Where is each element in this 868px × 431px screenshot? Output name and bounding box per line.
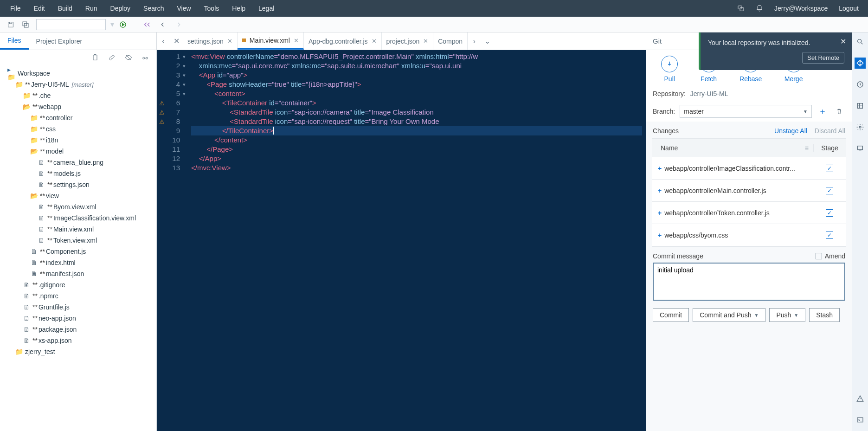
tree-file[interactable]: 🗎**Component.js <box>0 246 156 257</box>
last-edit-icon[interactable] <box>141 19 153 31</box>
tree-file[interactable]: 🗎**Token.view.xml <box>0 235 156 246</box>
tree-file[interactable]: 🗎**Main.view.xml <box>0 224 156 235</box>
tree-folder-i18n[interactable]: 📁**i18n <box>0 135 156 146</box>
collab-icon[interactable] <box>855 143 866 154</box>
tree-file[interactable]: 🗎**models.js <box>0 168 156 179</box>
run-button[interactable] <box>117 19 129 31</box>
close-icon[interactable]: ✕ <box>423 38 428 45</box>
save-icon[interactable] <box>5 19 17 31</box>
commit-message-input[interactable]: initial upload <box>653 263 845 301</box>
editor-tab-app-dbg[interactable]: App-dbg.controller.js✕ <box>304 32 382 50</box>
tree-folder-model[interactable]: 📂**model <box>0 146 156 157</box>
link-icon[interactable] <box>108 54 116 63</box>
code-editor[interactable]: ⚠⚠⚠ 12345678910111213 ▾▾▾▾▾ <mvc:View co… <box>157 50 646 431</box>
tree-file[interactable]: 🗎**settings.json <box>0 179 156 190</box>
editor-tab-compon[interactable]: Compon <box>433 32 468 50</box>
change-row[interactable]: +webapp/controller/ImageClassification.c… <box>652 157 846 180</box>
left-panel: Files Project Explorer ▸📁Workspace 📁**Je… <box>0 32 157 431</box>
menu-run[interactable]: Run <box>79 5 104 12</box>
delete-branch-icon[interactable] <box>833 105 845 117</box>
change-row[interactable]: +webapp/controller/Main.controller.js✓ <box>652 180 846 202</box>
notif-close-icon[interactable]: ✕ <box>840 37 846 46</box>
sort-icon[interactable]: ≡ <box>805 144 809 152</box>
tab-prev-icon[interactable]: ‹ <box>157 37 170 45</box>
menu-view[interactable]: View <box>170 5 197 12</box>
user-label[interactable]: Jerry@Workspace <box>769 5 833 12</box>
menu-file[interactable]: File <box>4 5 27 12</box>
menu-tools[interactable]: Tools <box>198 5 226 12</box>
tree-file[interactable]: 🗎**package.json <box>0 324 156 335</box>
tree-file[interactable]: 🗎**ImageClassification.view.xml <box>0 212 156 224</box>
tree-file[interactable]: 🗎**camera_blue.png <box>0 157 156 168</box>
menu-deploy[interactable]: Deploy <box>104 5 137 12</box>
stage-checkbox[interactable]: ✓ <box>826 209 833 217</box>
tree-workspace[interactable]: ▸📁Workspace <box>0 68 156 79</box>
tree-folder-view[interactable]: 📂**view <box>0 190 156 201</box>
svg-point-14 <box>858 39 862 43</box>
console-icon[interactable] <box>855 414 866 425</box>
problems-icon[interactable] <box>855 393 866 404</box>
tree-folder-webapp[interactable]: 📂**webapp <box>0 101 156 112</box>
add-branch-icon[interactable]: ＋ <box>817 105 829 117</box>
tab-next-icon[interactable]: › <box>468 37 481 45</box>
git-icon[interactable] <box>855 58 866 69</box>
logout-link[interactable]: Logout <box>833 5 864 12</box>
branch-select[interactable]: master▼ <box>680 105 812 118</box>
editor-tab-settings[interactable]: settings.json✕ <box>183 32 238 50</box>
tree-file[interactable]: 🗎**Gruntfile.js <box>0 302 156 313</box>
stash-button[interactable]: Stash <box>809 308 840 322</box>
menu-legal[interactable]: Legal <box>252 5 281 12</box>
tree-file[interactable]: 🗎**.npmrc <box>0 290 156 302</box>
menu-help[interactable]: Help <box>225 5 252 12</box>
tree-file[interactable]: 🗎**neo-app.json <box>0 313 156 324</box>
tree-project[interactable]: 📁**Jerry-UI5-ML[master] <box>0 79 156 90</box>
close-icon[interactable]: ✕ <box>294 37 299 44</box>
discard-all-link[interactable]: Discard All <box>815 127 845 135</box>
run-config-dropdown[interactable] <box>36 19 106 30</box>
right-sidebar <box>852 32 868 431</box>
hide-icon[interactable] <box>125 54 132 63</box>
tree-file[interactable]: 🗎**manifest.json <box>0 268 156 279</box>
unstage-all-link[interactable]: Unstage All <box>774 127 807 135</box>
tab-close-icon[interactable]: ✕ <box>170 37 183 45</box>
menu-edit[interactable]: Edit <box>27 5 51 12</box>
tab-files[interactable]: Files <box>0 32 29 50</box>
change-row[interactable]: +webapp/controller/Token.controller.js✓ <box>652 202 846 224</box>
stage-checkbox[interactable]: ✓ <box>826 232 833 239</box>
stage-checkbox[interactable]: ✓ <box>826 165 833 172</box>
tab-list-icon[interactable]: ⌄ <box>481 37 494 45</box>
glasses-icon[interactable] <box>141 54 149 63</box>
close-icon[interactable]: ✕ <box>227 38 232 45</box>
bell-icon[interactable] <box>750 5 769 12</box>
feedback-icon[interactable] <box>732 5 750 12</box>
tree-file[interactable]: 🗎**Byom.view.xml <box>0 201 156 212</box>
change-row[interactable]: +webapp/css/byom.css✓ <box>652 224 846 246</box>
stage-checkbox[interactable]: ✓ <box>826 187 833 194</box>
push-button[interactable]: Push▼ <box>769 308 805 322</box>
search-icon[interactable] <box>855 36 866 47</box>
nav-back-icon[interactable] <box>157 19 169 31</box>
clipboard-icon[interactable] <box>91 54 99 63</box>
commit-push-button[interactable]: Commit and Push▼ <box>693 308 765 322</box>
editor-tab-project[interactable]: project.json✕ <box>382 32 434 50</box>
history-icon[interactable] <box>855 79 866 90</box>
editor-tab-main[interactable]: Main.view.xml✕ <box>238 32 304 50</box>
set-remote-button[interactable]: Set Remote <box>802 52 844 64</box>
tree-folder-css[interactable]: 📁**css <box>0 123 156 135</box>
tree-file[interactable]: 🗎**index.html <box>0 257 156 268</box>
tree-folder-controller[interactable]: 📁**controller <box>0 112 156 123</box>
tree-file[interactable]: 🗎**.gitignore <box>0 279 156 290</box>
menu-build[interactable]: Build <box>51 5 79 12</box>
tree-folder-zjerry[interactable]: 📁zjerry_test <box>0 346 156 357</box>
commit-button[interactable]: Commit <box>653 308 689 322</box>
close-icon[interactable]: ✕ <box>372 38 377 45</box>
save-all-icon[interactable] <box>19 19 32 31</box>
amend-checkbox[interactable]: Amend <box>816 252 845 260</box>
menu-search[interactable]: Search <box>137 5 170 12</box>
tab-project-explorer[interactable]: Project Explorer <box>29 32 90 50</box>
outline-icon[interactable] <box>855 100 866 111</box>
tree-file[interactable]: 🗎**xs-app.json <box>0 335 156 346</box>
git-pull-button[interactable]: Pull <box>661 56 678 83</box>
api-icon[interactable] <box>855 122 866 133</box>
tree-folder-che[interactable]: 📁**.che <box>0 90 156 101</box>
